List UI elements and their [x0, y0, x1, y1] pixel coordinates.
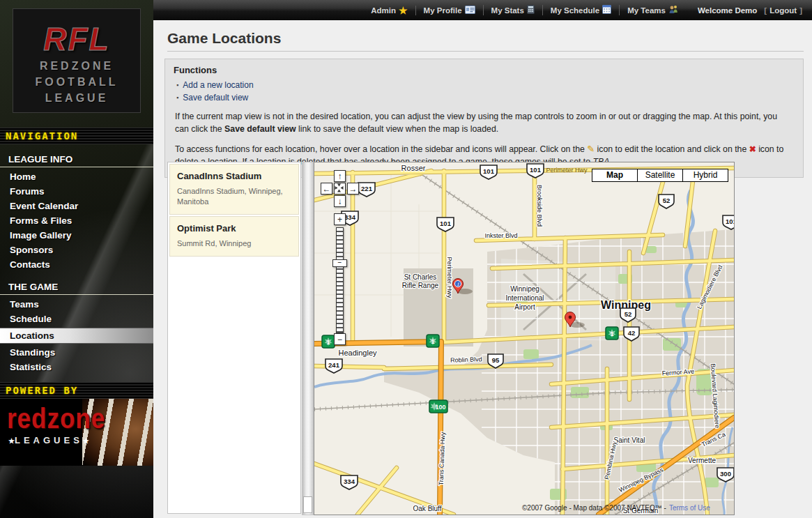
svg-text:International: International — [505, 294, 544, 302]
redzone-leagues-logo: redzone ★LEAGUES★ — [0, 399, 153, 466]
sidebar-item-image-gallery[interactable]: Image Gallery — [0, 228, 153, 243]
map-pan-down-button[interactable]: ↓ — [334, 195, 346, 207]
trans-canada-shield-1: 1 — [427, 335, 439, 347]
map-type-hybrid-button[interactable]: Hybrid — [682, 169, 728, 182]
svg-text:Rifle Range: Rifle Range — [402, 282, 439, 289]
trans-canada-shield-1: 1 — [606, 327, 618, 340]
edit-pencil-icon: ✎ — [587, 144, 595, 154]
functions-box: Functions ▪Add a new location ▪Save defa… — [164, 59, 804, 178]
svg-text:Perimeter Hwy: Perimeter Hwy — [446, 257, 453, 298]
map-pan-up-button[interactable]: ↑ — [334, 170, 346, 182]
svg-text:St Charles: St Charles — [404, 273, 437, 281]
topbar: Admin ★ My Profile My Stats My Schedule … — [153, 0, 812, 20]
topbar-my-schedule[interactable]: My Schedule — [542, 5, 611, 15]
svg-text:101: 101 — [483, 167, 495, 175]
id-card-icon — [465, 6, 475, 15]
location-address: CanadInns Stadium, Winnipeg, Manitoba — [177, 186, 291, 207]
trans-canada-shield-1: 1 — [322, 335, 335, 348]
svg-text:221: 221 — [361, 185, 373, 192]
instructions-paragraph-1: If the current map view is not in the de… — [175, 110, 793, 136]
svg-text:Headingley: Headingley — [338, 349, 377, 357]
page-title: Game Locations — [167, 30, 804, 47]
star-icon: ★ — [83, 437, 89, 445]
calendar-icon — [602, 5, 611, 15]
map-canvas[interactable]: Rosser Perimeter Hwy Brookside Blvd Inks… — [314, 162, 735, 515]
svg-text:Saint Vital: Saint Vital — [614, 436, 645, 444]
save-default-view-link[interactable]: Save default view — [183, 93, 248, 102]
main-content: Game Locations Functions ▪Add a new loca… — [153, 20, 812, 518]
map-type-switcher: Map Satellite Hybrid — [592, 169, 728, 182]
calculator-icon — [527, 5, 535, 15]
bullet-icon: ▪ — [176, 82, 178, 89]
welcome-text: Welcome Demo — [698, 6, 757, 15]
logout-group: [ Logout ] — [764, 6, 802, 15]
svg-text:52: 52 — [663, 197, 671, 204]
topbar-my-profile[interactable]: My Profile — [415, 6, 475, 15]
trans-canada-shield-100: 100 — [429, 400, 447, 413]
star-icon: ★ — [399, 5, 408, 16]
scrollbar-thumb[interactable] — [303, 496, 312, 513]
location-name: Optimist Park — [177, 223, 291, 234]
svg-text:Winnipeg: Winnipeg — [510, 285, 539, 293]
svg-text:52: 52 — [625, 310, 632, 318]
svg-text:241: 241 — [328, 361, 340, 369]
sidebar-item-schedule[interactable]: Schedule — [0, 312, 153, 326]
sidebar-item-teams[interactable]: Teams — [0, 297, 153, 312]
sidebar-item-sponsors[interactable]: Sponsors — [0, 243, 153, 257]
logo-abbr: RFL — [13, 20, 140, 58]
location-card-canadinns[interactable]: CanadInns Stadium CanadInns Stadium, Win… — [169, 164, 299, 215]
svg-text:42: 42 — [628, 329, 636, 337]
map-pan-right-button[interactable]: → — [347, 183, 359, 195]
terms-of-use-link[interactable]: Terms of Use — [669, 504, 710, 512]
location-list-panel: CanadInns Stadium CanadInns Stadium, Win… — [167, 162, 314, 515]
map-pan-left-button[interactable]: ← — [321, 183, 332, 195]
section-the-game: THE GAME — [0, 280, 153, 295]
svg-text:Roblin Blvd: Roblin Blvd — [450, 356, 482, 364]
people-icon — [668, 5, 678, 15]
sidebar-item-contacts[interactable]: Contacts — [0, 257, 153, 272]
svg-text:Oak Bluff: Oak Bluff — [413, 505, 442, 512]
topbar-my-stats[interactable]: My Stats — [483, 5, 535, 15]
location-list-scrollbar[interactable] — [302, 162, 314, 515]
star-icon: ★ — [8, 437, 15, 445]
sidebar-item-locations[interactable]: Locations — [0, 328, 153, 344]
sidebar-item-event-calendar[interactable]: Event Calendar — [0, 199, 153, 213]
svg-text:101: 101 — [726, 218, 734, 225]
map-pan-center-button[interactable] — [334, 183, 346, 195]
bullet-icon: ▪ — [176, 94, 178, 101]
svg-text:334: 334 — [344, 478, 355, 485]
location-card-optimist-park[interactable]: Optimist Park Summit Rd, Winnipeg — [169, 216, 299, 257]
map-copyright: ©2007 Google - Map data ©2007 NAVTEQ™ -T… — [522, 504, 710, 512]
map-type-map-button[interactable]: Map — [592, 169, 638, 182]
svg-text:101: 101 — [440, 220, 452, 227]
svg-text:334: 334 — [344, 213, 356, 221]
map-zoom-slider-thumb[interactable]: − — [332, 259, 347, 267]
svg-text:Rosser: Rosser — [401, 164, 426, 172]
sidebar-item-forums[interactable]: Forums — [0, 184, 153, 199]
map-type-satellite-button[interactable]: Satellite — [637, 169, 683, 182]
svg-text:Brookside Blvd: Brookside Blvd — [536, 185, 543, 227]
logout-button[interactable]: Logout — [769, 6, 797, 15]
svg-text:300: 300 — [720, 470, 731, 478]
svg-text:100: 100 — [435, 404, 445, 411]
sidebar-item-home[interactable]: Home — [0, 169, 153, 184]
center-arrows-icon — [335, 183, 344, 192]
svg-text:1: 1 — [610, 330, 613, 337]
league-logo: RFL REDZONE FOOTBALL LEAGUE — [13, 8, 141, 113]
map-zoom-out-button[interactable]: − — [334, 333, 346, 345]
svg-text:Inkster Blvd: Inkster Blvd — [484, 232, 517, 239]
svg-text:101: 101 — [530, 166, 542, 174]
sidebar: RFL REDZONE FOOTBALL LEAGUE NAVIGATION L… — [0, 0, 153, 518]
location-address: Summit Rd, Winnipeg — [177, 238, 291, 249]
sidebar-item-statistics[interactable]: Statistics — [0, 360, 153, 374]
map-zoom-slider-track[interactable] — [336, 227, 344, 333]
add-location-link[interactable]: Add a new location — [183, 80, 253, 90]
topbar-admin[interactable]: Admin ★ — [371, 5, 407, 16]
map-zoom-in-button[interactable]: + — [334, 213, 346, 225]
powered-by-bar: POWERED BY — [0, 382, 153, 399]
topbar-my-teams[interactable]: My Teams — [619, 5, 678, 15]
section-league-info: LEAGUE INFO — [0, 153, 153, 167]
sidebar-item-forms-files[interactable]: Forms & Files — [0, 213, 153, 228]
svg-text:Airport: Airport — [514, 303, 535, 311]
sidebar-item-standings[interactable]: Standings — [0, 345, 153, 360]
